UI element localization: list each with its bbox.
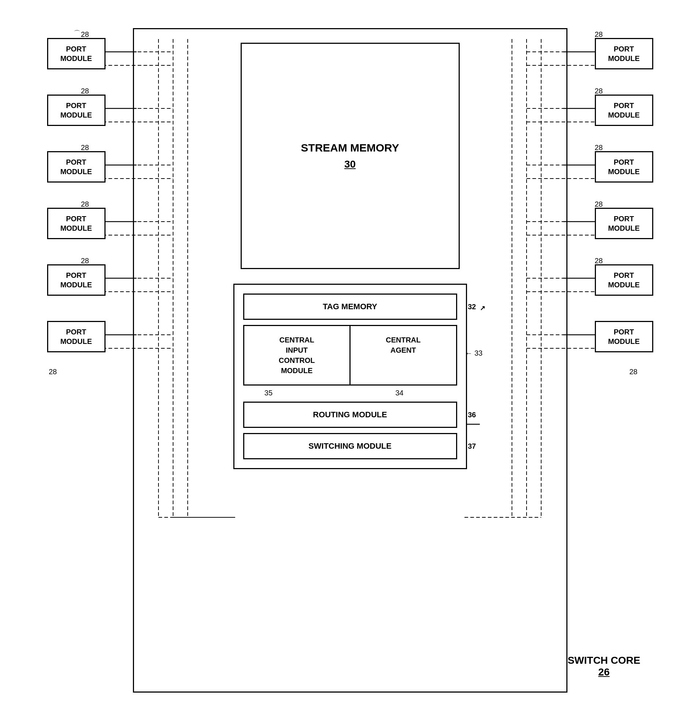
pm-left-5-ref: 28 [81, 257, 89, 265]
pm-left-3-ref: 28 [81, 143, 89, 152]
port-module-left-1: PORTMODULE [47, 38, 106, 69]
pm-left-1-ref: 28 [81, 30, 89, 39]
control-block-container: TAG MEMORY 32 ↗ CENTRALINPUTCONTROLMODUL… [233, 284, 467, 469]
pm-left-4-ref: 28 [81, 200, 89, 208]
port-module-right-4: PORTMODULE [595, 208, 653, 239]
port-module-left-5: PORTMODULE [47, 264, 106, 296]
tag-memory-ref: 32 [468, 303, 476, 311]
port-module-right-3: PORTMODULE [595, 151, 653, 182]
pm-left-6-ref: 28 [49, 368, 57, 376]
switching-ref: 37 [468, 442, 476, 451]
stream-memory-label: STREAM MEMORY [301, 142, 399, 154]
pm-right-1-ref: 28 [595, 30, 603, 39]
tag-memory-box: TAG MEMORY 32 ↗ [243, 293, 457, 320]
switching-module-box: SWITCHING MODULE 37 [243, 433, 457, 459]
cicm-box: CENTRALINPUTCONTROLMODULE [243, 325, 351, 386]
stream-memory-box: STREAM MEMORY 30 [241, 43, 460, 269]
port-module-right-5: PORTMODULE [595, 264, 653, 296]
stream-memory-ref: 30 [344, 159, 356, 170]
pm-right-2-ref: 28 [595, 87, 603, 95]
port-module-left-6: PORTMODULE [47, 321, 106, 352]
pm-left-2-ref: 28 [81, 87, 89, 95]
port-module-right-1: PORTMODULE [595, 38, 653, 69]
cicm-ref: 35 [265, 389, 272, 397]
port-module-right-6: PORTMODULE [595, 321, 653, 352]
ca-arrow-label: ← 33 [465, 349, 483, 357]
central-agent-box: CENTRALAGENT [350, 325, 457, 386]
pm-right-6-ref: 28 [629, 368, 638, 376]
switch-core-label: SWITCH CORE 26 [567, 654, 640, 678]
pm-right-5-ref: 28 [595, 257, 603, 265]
diagram-container: SWITCH CORE 26 STREAM MEMORY 30 TAG MEMO… [31, 17, 670, 711]
port-module-left-2: PORTMODULE [47, 95, 106, 126]
port-module-right-2: PORTMODULE [595, 95, 653, 126]
routing-ref: 36 [468, 411, 476, 419]
pm-right-4-ref: 28 [595, 200, 603, 208]
pm-right-3-ref: 28 [595, 143, 603, 152]
routing-module-box: ROUTING MODULE 36 [243, 402, 457, 428]
ca-ref: 34 [395, 389, 404, 397]
port-module-left-4: PORTMODULE [47, 208, 106, 239]
port-module-left-3: PORTMODULE [47, 151, 106, 182]
